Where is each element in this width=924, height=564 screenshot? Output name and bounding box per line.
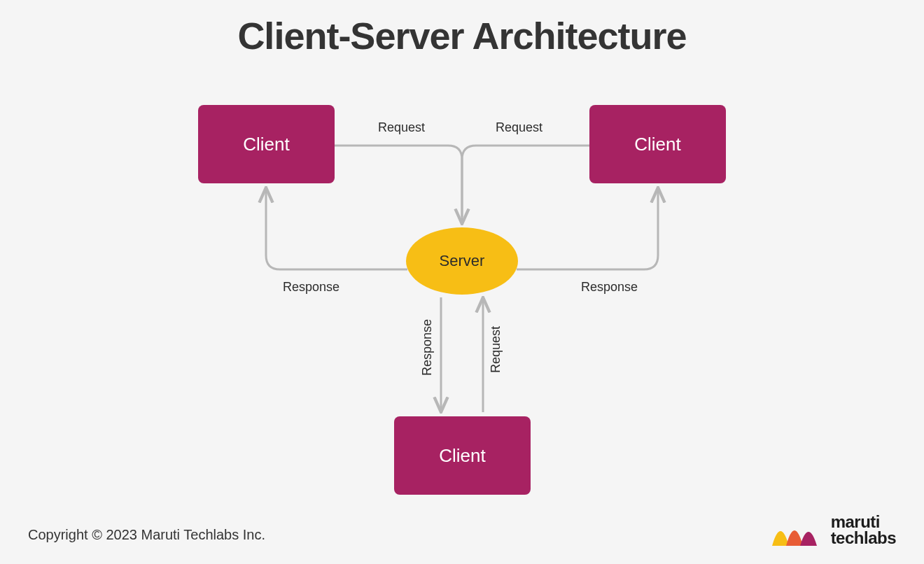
maruti-logo-icon bbox=[771, 514, 824, 547]
label-b-request: Request bbox=[489, 326, 503, 373]
client-box-top-right: Client bbox=[589, 105, 726, 183]
arrow-tl-request bbox=[335, 146, 462, 224]
client-box-bottom: Client bbox=[394, 416, 531, 495]
copyright-text: Copyright © 2023 Maruti Techlabs Inc. bbox=[28, 527, 265, 543]
server-ellipse: Server bbox=[406, 227, 518, 295]
brand-logo: maruti techlabs bbox=[771, 514, 896, 547]
label-tl-response: Response bbox=[283, 280, 340, 295]
brand-name: maruti techlabs bbox=[831, 514, 896, 547]
brand-line2: techlabs bbox=[831, 530, 896, 547]
arrow-tr-response bbox=[517, 188, 658, 269]
client-box-top-left: Client bbox=[198, 105, 335, 183]
label-tr-request: Request bbox=[496, 120, 542, 135]
label-tr-response: Response bbox=[581, 280, 638, 295]
label-tl-request: Request bbox=[378, 120, 425, 135]
arrow-tl-response bbox=[266, 188, 407, 269]
label-b-response: Response bbox=[420, 319, 435, 376]
arrow-tr-request bbox=[462, 146, 589, 217]
